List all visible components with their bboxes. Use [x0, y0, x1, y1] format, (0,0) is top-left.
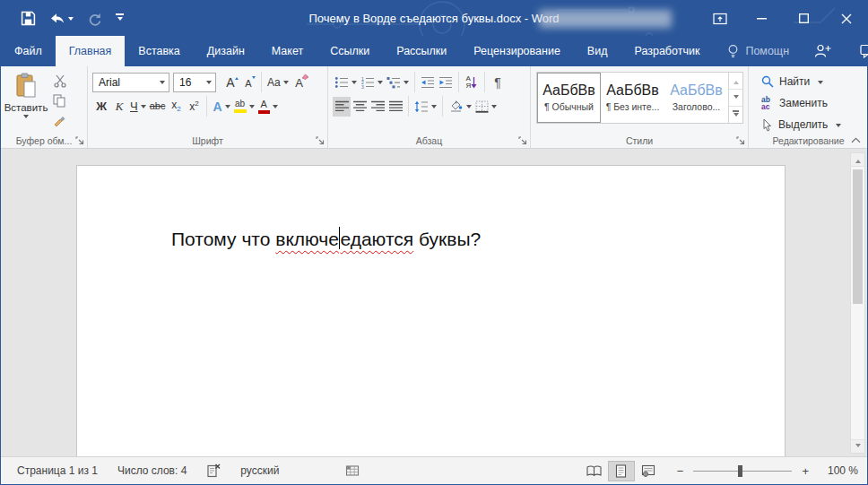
- style-normal[interactable]: АаБбВв ¶ Обычный: [537, 73, 601, 123]
- zoom-slider[interactable]: [693, 463, 792, 478]
- align-right-button[interactable]: [369, 97, 386, 117]
- style-no-spacing[interactable]: АаБбВв ¶ Без инте...: [601, 73, 664, 123]
- ribbon-display-options-button[interactable]: [699, 1, 741, 36]
- numbering-dropdown-arrow[interactable]: [378, 81, 383, 87]
- collapse-ribbon-button[interactable]: [851, 137, 861, 143]
- tab-home[interactable]: Главная: [56, 36, 126, 66]
- font-name-dropdown-arrow[interactable]: [160, 81, 165, 87]
- minimize-button[interactable]: [741, 1, 783, 36]
- styles-dialog-launcher[interactable]: [736, 136, 745, 145]
- clear-formatting-button[interactable]: А: [291, 73, 308, 92]
- document-text[interactable]: Потому что включеедаются буквы?: [171, 227, 481, 250]
- vertical-scrollbar[interactable]: [850, 152, 865, 454]
- copy-button[interactable]: [53, 92, 67, 108]
- undo-dropdown-arrow[interactable]: [68, 17, 74, 23]
- borders-button[interactable]: [473, 97, 499, 117]
- bullets-dropdown-arrow[interactable]: [352, 81, 357, 87]
- select-button[interactable]: Выделить: [751, 114, 866, 135]
- zoom-level[interactable]: 100 %: [815, 464, 858, 477]
- zoom-out-button[interactable]: −: [671, 464, 690, 478]
- close-button[interactable]: [825, 1, 867, 36]
- align-left-button[interactable]: [333, 97, 351, 117]
- tab-layout[interactable]: Макет: [258, 36, 317, 66]
- numbering-button[interactable]: 123: [359, 73, 385, 92]
- styles-more-button[interactable]: [729, 107, 742, 123]
- highlight-button[interactable]: ab: [232, 97, 256, 117]
- increase-indent-button[interactable]: [437, 73, 455, 92]
- tab-file[interactable]: Файл: [1, 36, 56, 66]
- tell-me-box[interactable]: Помощн: [716, 36, 800, 66]
- language-indicator[interactable]: русский: [240, 464, 279, 477]
- font-size-dropdown-arrow[interactable]: [206, 81, 212, 87]
- italic-button[interactable]: К: [110, 97, 128, 117]
- zoom-in-button[interactable]: +: [795, 464, 815, 478]
- decrease-indent-button[interactable]: [419, 73, 437, 92]
- scrollbar-thumb[interactable]: [853, 169, 863, 304]
- text-effects-button[interactable]: А: [211, 97, 231, 117]
- shading-dropdown-arrow[interactable]: [466, 105, 472, 111]
- highlight-dropdown-arrow[interactable]: [249, 105, 255, 111]
- read-mode-button[interactable]: [581, 461, 608, 481]
- align-center-button[interactable]: [351, 97, 369, 117]
- tab-view[interactable]: Вид: [574, 36, 621, 66]
- font-size-combo[interactable]: 16: [173, 73, 216, 92]
- font-color-button[interactable]: А: [256, 97, 280, 117]
- zoom-slider-track[interactable]: [693, 471, 792, 472]
- find-button[interactable]: Найти: [751, 71, 866, 92]
- shrink-font-button[interactable]: А: [239, 73, 257, 92]
- font-name-combo[interactable]: Arial: [92, 73, 169, 92]
- tab-mailings[interactable]: Рассылки: [383, 36, 460, 66]
- line-spacing-button[interactable]: [412, 97, 438, 117]
- styles-scroll-up-button[interactable]: [729, 73, 742, 90]
- justify-button[interactable]: [386, 97, 404, 117]
- underline-button[interactable]: Ч: [128, 97, 148, 117]
- font-color-dropdown-arrow[interactable]: [273, 105, 278, 111]
- macro-record-button[interactable]: [345, 464, 360, 477]
- select-dropdown-arrow[interactable]: [836, 124, 841, 130]
- shading-button[interactable]: [447, 97, 473, 117]
- multilevel-dropdown-arrow[interactable]: [404, 81, 409, 87]
- redo-button[interactable]: [87, 12, 102, 26]
- document-page[interactable]: Потому что включеедаются буквы?: [76, 165, 786, 456]
- print-layout-button[interactable]: [608, 461, 635, 481]
- tab-developer[interactable]: Разработчик: [621, 36, 713, 66]
- paste-dropdown-arrow[interactable]: [23, 115, 29, 121]
- strikethrough-button[interactable]: abc: [148, 97, 168, 117]
- page-indicator[interactable]: Страница 1 из 1: [17, 464, 98, 477]
- undo-button[interactable]: [49, 12, 74, 26]
- styles-scroll-down-button[interactable]: [729, 90, 742, 107]
- sort-button[interactable]: А Я: [463, 73, 481, 92]
- format-painter-button[interactable]: [53, 112, 67, 128]
- customize-quick-access-button[interactable]: [116, 13, 124, 23]
- zoom-slider-thumb[interactable]: [738, 465, 742, 477]
- proofing-status-button[interactable]: [206, 463, 221, 478]
- text-effects-dropdown-arrow[interactable]: [225, 105, 230, 111]
- maximize-button[interactable]: [783, 1, 825, 36]
- multilevel-list-button[interactable]: [385, 73, 411, 92]
- save-button[interactable]: [21, 11, 36, 26]
- bold-button[interactable]: Ж: [92, 97, 110, 117]
- change-case-button[interactable]: Aa: [265, 73, 291, 92]
- style-heading[interactable]: АаБбВв Заголово...: [664, 73, 728, 123]
- underline-dropdown-arrow[interactable]: [141, 105, 146, 111]
- tab-review[interactable]: Рецензирование: [460, 36, 574, 66]
- comments-button[interactable]: [846, 36, 868, 66]
- tab-design[interactable]: Дизайн: [194, 36, 258, 66]
- subscript-button[interactable]: x2: [167, 97, 185, 117]
- replace-button[interactable]: ab ac Заменить: [751, 92, 866, 114]
- paragraph-dialog-launcher[interactable]: [518, 136, 527, 145]
- share-button[interactable]: [800, 36, 846, 66]
- web-layout-button[interactable]: [635, 461, 662, 481]
- superscript-button[interactable]: x2: [185, 97, 203, 117]
- scrollbar-down-button[interactable]: [851, 439, 864, 453]
- paste-button[interactable]: Вставить: [3, 71, 49, 128]
- cut-button[interactable]: [53, 73, 67, 89]
- line-spacing-dropdown-arrow[interactable]: [431, 105, 437, 111]
- tab-references[interactable]: Ссылки: [317, 36, 383, 66]
- font-dialog-launcher[interactable]: [316, 136, 325, 145]
- clipboard-dialog-launcher[interactable]: [75, 136, 84, 145]
- borders-dropdown-arrow[interactable]: [491, 105, 497, 111]
- word-count[interactable]: Число слов: 4: [117, 464, 187, 477]
- scrollbar-up-button[interactable]: [851, 153, 864, 167]
- find-dropdown-arrow[interactable]: [818, 81, 823, 87]
